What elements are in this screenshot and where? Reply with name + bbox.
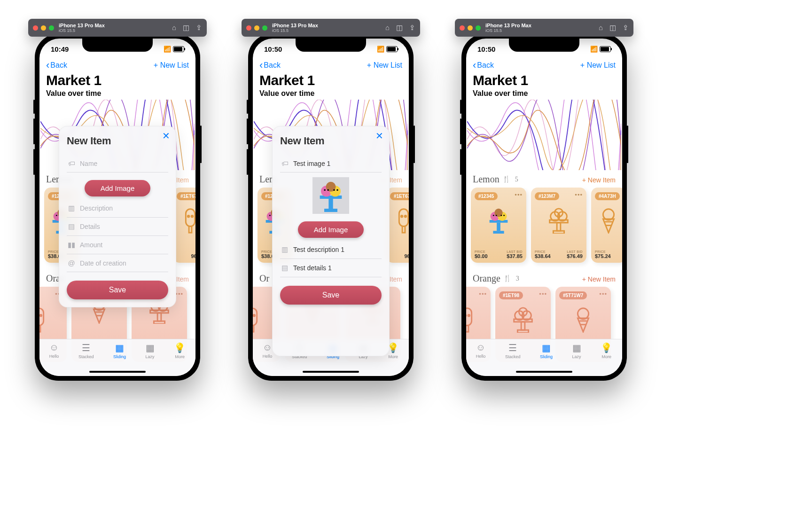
sheet-title: New Item — [67, 135, 168, 147]
new-list-button[interactable]: + New List — [580, 61, 616, 70]
new-list-button[interactable]: + New List — [154, 61, 189, 70]
clock-label: 10:50 — [264, 45, 282, 53]
item-card[interactable]: #123M7 ••• PRICE$38.64 LAST BID$76.49 — [531, 188, 586, 263]
tag-icon: 🏷 — [68, 159, 75, 167]
wifi-icon: 📶 — [164, 46, 171, 53]
new-item-sheet: ✕ New Item 🏷Name Add Image ▥Description … — [59, 126, 176, 307]
simulator-os-label: iOS 15.5 — [59, 28, 105, 33]
simulator-device-label: iPhone 13 Pro Max — [272, 23, 318, 28]
close-icon[interactable] — [33, 25, 38, 31]
minimize-icon[interactable] — [254, 25, 259, 31]
item-card[interactable]: #1ET67 96.34 — [386, 188, 409, 263]
name-field[interactable]: 🏷Name — [67, 155, 168, 172]
category-name: Orange — [473, 273, 500, 284]
new-item-button[interactable]: + New Item — [582, 275, 616, 283]
tab-lazy[interactable]: ▦Lazy — [572, 342, 581, 376]
battery-icon — [386, 46, 398, 52]
device-frame: 10:50 📶 ‹Back + New List Market 1 Value … — [248, 34, 414, 381]
back-button[interactable]: ‹Back — [473, 60, 494, 71]
screenshot-icon[interactable]: ◫ — [183, 24, 189, 32]
fork-knife-icon: 🍴 — [503, 274, 511, 282]
amount-field[interactable]: ▮▮Amount — [67, 236, 168, 254]
close-icon[interactable] — [246, 25, 251, 31]
more-icon[interactable]: ••• — [599, 290, 607, 298]
details-field[interactable]: ▤Test details 1 — [280, 259, 382, 277]
wifi-icon: 📶 — [590, 46, 598, 53]
description-field[interactable]: ▥Test description 1 — [280, 241, 382, 259]
more-icon[interactable]: ••• — [515, 191, 523, 198]
note-icon: ▥ — [281, 245, 289, 254]
home-indicator[interactable] — [516, 371, 572, 373]
more-icon[interactable]: ••• — [575, 191, 583, 198]
close-icon[interactable] — [460, 25, 465, 31]
back-button[interactable]: ‹ Back — [46, 60, 67, 71]
item-tag: #1ET98 — [499, 291, 523, 299]
note-icon: ▥ — [68, 204, 75, 212]
chevron-left-icon: ‹ — [473, 60, 476, 71]
tab-hello[interactable]: ☺Hello — [476, 342, 486, 376]
zoom-icon[interactable] — [49, 25, 54, 31]
home-icon[interactable]: ⌂ — [385, 24, 390, 32]
save-button[interactable]: Save — [67, 281, 168, 299]
category-name: Lemon — [473, 174, 500, 185]
home-indicator[interactable] — [89, 371, 146, 373]
bulb-icon: 💡 — [601, 342, 612, 353]
minimize-icon[interactable] — [468, 25, 473, 31]
home-icon[interactable]: ⌂ — [599, 24, 603, 32]
share-icon[interactable]: ⇪ — [409, 24, 415, 32]
share-icon[interactable]: ⇪ — [196, 24, 202, 32]
tab-bar: ☺Hello ☰Stacked ▦Sliding ▦Lazy 💡More — [466, 339, 622, 376]
tab-lazy[interactable]: ▦Lazy — [146, 342, 155, 376]
details-field[interactable]: ▤Details — [67, 218, 168, 236]
name-field[interactable]: 🏷Test image 1 — [280, 155, 382, 172]
back-button[interactable]: ‹Back — [259, 60, 281, 71]
at-icon: @ — [68, 259, 75, 267]
grid2-icon: ▦ — [572, 342, 581, 353]
page-title: Market 1 — [466, 71, 622, 89]
battery-icon — [600, 46, 611, 52]
book-icon: ▤ — [281, 264, 289, 272]
item-tag: #1ET67 — [390, 192, 409, 200]
screenshot-icon[interactable]: ◫ — [396, 24, 403, 32]
simulator-titlebar: iPhone 13 Pro MaxiOS 15.5 ⌂◫⇪ — [242, 19, 420, 37]
stack-icon: ☰ — [82, 342, 90, 353]
face-icon: ☺ — [49, 342, 59, 353]
home-indicator[interactable] — [303, 371, 359, 373]
description-field[interactable]: ▥Description — [67, 199, 168, 218]
category-count: 5 — [515, 176, 518, 183]
new-list-button[interactable]: + New List — [367, 61, 402, 70]
item-tag: #123M7 — [535, 192, 559, 200]
item-card[interactable]: #12345 ••• PRICE$0.00 LAST BID$37.85 — [471, 188, 526, 263]
chart-icon: ▮▮ — [68, 241, 75, 249]
home-icon[interactable]: ⌂ — [172, 24, 176, 32]
simulator-os-label: iOS 15.5 — [272, 28, 318, 33]
more-icon[interactable]: ••• — [539, 290, 547, 298]
wifi-icon: 📶 — [377, 46, 384, 53]
page-title: Market 1 — [39, 71, 195, 89]
zoom-icon[interactable] — [262, 25, 267, 31]
sheet-title: New Item — [280, 135, 382, 147]
add-image-button[interactable]: Add Image — [298, 221, 364, 238]
tab-hello[interactable]: ☺Hello — [49, 342, 59, 376]
share-icon[interactable]: ⇪ — [623, 24, 629, 32]
screenshot-icon[interactable]: ◫ — [609, 24, 616, 32]
new-item-button[interactable]: + New Item — [582, 176, 616, 184]
tab-hello[interactable]: ☺Hello — [263, 342, 273, 376]
chart-title: Value over time — [466, 89, 622, 100]
save-button[interactable]: Save — [280, 286, 382, 305]
tab-more[interactable]: 💡More — [174, 342, 186, 376]
close-button[interactable]: ✕ — [162, 130, 170, 141]
simulator-titlebar: iPhone 13 Pro Max iOS 15.5 ⌂ ◫ ⇪ — [28, 19, 207, 37]
chart-title: Value over time — [39, 89, 195, 100]
tab-more[interactable]: 💡More — [601, 342, 612, 376]
item-card[interactable]: #4A73H PRICE$75.24 — [591, 188, 622, 263]
add-image-button[interactable]: Add Image — [85, 180, 150, 196]
zoom-icon[interactable] — [476, 25, 481, 31]
close-button[interactable]: ✕ — [375, 130, 383, 141]
date-field[interactable]: @Date of creation — [67, 254, 168, 272]
more-icon[interactable]: ••• — [479, 290, 487, 298]
face-icon: ☺ — [476, 342, 485, 353]
item-card[interactable]: #1ET67 96.34 — [173, 188, 195, 263]
more-icon[interactable]: ••• — [175, 290, 183, 298]
minimize-icon[interactable] — [41, 25, 46, 31]
